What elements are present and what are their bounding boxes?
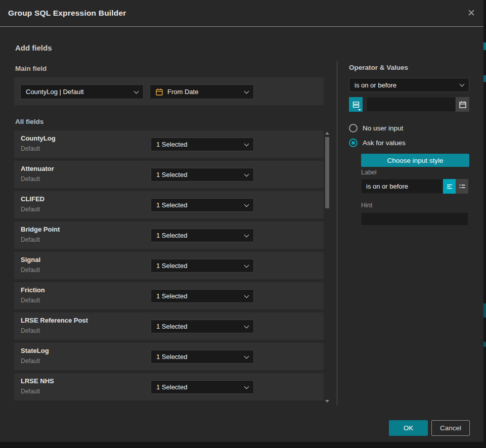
bullet-list-icon bbox=[459, 183, 466, 190]
field-row-name: CLIFED bbox=[21, 195, 45, 203]
selected-combo-value: 1 Selected bbox=[156, 383, 187, 391]
align-left-icon bbox=[446, 183, 453, 190]
layer-select-value: CountyLog | Default bbox=[26, 88, 84, 96]
label-input[interactable] bbox=[361, 179, 443, 194]
close-icon[interactable]: ✕ bbox=[465, 7, 477, 19]
input-style-icon bbox=[352, 101, 360, 109]
selected-combo-value: 1 Selected bbox=[156, 323, 187, 330]
field-row-statelog: StateLog Default 1 Selected bbox=[14, 343, 324, 370]
field-row-name: CountyLog bbox=[21, 135, 56, 142]
selected-combo-value: 1 Selected bbox=[156, 353, 187, 361]
selected-combo-value: 1 Selected bbox=[156, 292, 187, 300]
add-fields-heading: Add fields bbox=[15, 43, 52, 52]
field-row-selected-combo[interactable]: 1 Selected bbox=[151, 380, 254, 394]
field-row-name: LRSE Reference Post bbox=[21, 317, 88, 324]
chevron-down-icon bbox=[134, 88, 139, 94]
selected-combo-value: 1 Selected bbox=[156, 232, 187, 239]
operator-select[interactable]: is on or before bbox=[349, 78, 469, 92]
main-field-date-select[interactable]: From Date bbox=[150, 84, 254, 99]
chevron-down-icon bbox=[244, 232, 249, 237]
field-row-name: Friction bbox=[21, 286, 45, 294]
field-row-attenuator: Attenuator Default 1 Selected bbox=[14, 161, 324, 188]
field-row-lrse-reference-post: LRSE Reference Post Default 1 Selected bbox=[14, 312, 324, 340]
hint-input[interactable] bbox=[361, 212, 468, 226]
radio-no-user-input-label: No user input bbox=[363, 124, 403, 132]
scroll-up-icon[interactable] bbox=[325, 132, 329, 135]
list-scrollbar-thumb[interactable] bbox=[325, 137, 329, 208]
field-row-sublabel: Default bbox=[21, 145, 40, 152]
chevron-down-icon bbox=[244, 353, 249, 359]
field-row-selected-combo[interactable]: 1 Selected bbox=[151, 138, 254, 151]
titlebar-divider bbox=[0, 26, 483, 27]
value-input[interactable] bbox=[367, 97, 456, 112]
field-row-selected-combo[interactable]: 1 Selected bbox=[151, 289, 254, 303]
chevron-down-icon bbox=[244, 323, 249, 328]
chevron-down-icon bbox=[244, 262, 249, 267]
hint-field-label: Hint bbox=[361, 202, 372, 209]
selected-combo-value: 1 Selected bbox=[156, 262, 187, 270]
field-row-sublabel: Default bbox=[21, 388, 40, 395]
radio-ask-for-values-label: Ask for values bbox=[363, 139, 406, 147]
field-row-name: StateLog bbox=[21, 347, 49, 354]
field-row-selected-combo[interactable]: 1 Selected bbox=[151, 168, 254, 182]
chevron-down-icon bbox=[244, 293, 249, 298]
input-style-button[interactable] bbox=[349, 97, 363, 112]
single-input-style-toggle[interactable] bbox=[443, 179, 456, 194]
date-select-value: From Date bbox=[167, 88, 198, 96]
cancel-button[interactable]: Cancel bbox=[431, 420, 470, 436]
operator-select-value: is on or before bbox=[355, 81, 396, 89]
field-row-selected-combo[interactable]: 1 Selected bbox=[151, 320, 254, 333]
field-row-name: Bridge Point bbox=[21, 226, 60, 233]
underlying-app-bottom-edge bbox=[0, 442, 483, 448]
field-row-countylog: CountyLog Default 1 Selected bbox=[14, 130, 324, 158]
chevron-down-icon bbox=[244, 202, 249, 207]
choose-input-style-button[interactable]: Choose input style bbox=[361, 154, 469, 167]
scroll-down-icon[interactable] bbox=[325, 400, 329, 402]
underlying-app-right-edge bbox=[483, 0, 486, 448]
radio-circle-icon bbox=[349, 124, 358, 132]
chevron-down-icon bbox=[244, 88, 249, 94]
group-sql-expression-builder-dialog: Group SQL Expression Builder ✕ Add field… bbox=[0, 0, 483, 442]
field-row-sublabel: Default bbox=[21, 327, 40, 334]
field-row-sublabel: Default bbox=[21, 206, 40, 213]
chevron-down-icon bbox=[460, 82, 465, 87]
chevron-down-icon bbox=[244, 384, 249, 389]
radio-no-user-input[interactable]: No user input bbox=[349, 124, 403, 132]
selected-combo-value: 1 Selected bbox=[156, 141, 187, 148]
dialog-title: Group SQL Expression Builder bbox=[8, 0, 126, 26]
field-row-name: Attenuator bbox=[21, 165, 54, 172]
operator-values-heading: Operator & Values bbox=[349, 64, 408, 71]
chevron-down-icon bbox=[244, 141, 249, 146]
dialog-titlebar: Group SQL Expression Builder ✕ bbox=[0, 0, 483, 26]
radio-ask-for-values[interactable]: Ask for values bbox=[349, 139, 406, 147]
field-row-signal: Signal Default 1 Selected bbox=[14, 252, 324, 279]
date-picker-button[interactable] bbox=[456, 97, 469, 112]
radio-selected-icon bbox=[349, 139, 358, 147]
main-field-heading: Main field bbox=[15, 65, 47, 72]
field-row-selected-combo[interactable]: 1 Selected bbox=[151, 229, 254, 242]
field-row-selected-combo[interactable]: 1 Selected bbox=[151, 198, 254, 212]
screen: Group SQL Expression Builder ✕ Add field… bbox=[0, 0, 486, 448]
field-row-bridge-point: Bridge Point Default 1 Selected bbox=[14, 221, 324, 249]
column-divider bbox=[337, 61, 337, 406]
calendar-icon bbox=[155, 88, 163, 96]
ok-button[interactable]: OK bbox=[389, 420, 428, 436]
field-row-clifed: CLIFED Default 1 Selected bbox=[14, 191, 324, 218]
field-row-sublabel: Default bbox=[21, 357, 40, 365]
chevron-down-icon bbox=[244, 171, 249, 176]
field-row-name: Signal bbox=[21, 256, 40, 263]
list-input-style-toggle[interactable] bbox=[456, 179, 468, 194]
calendar-icon bbox=[459, 101, 467, 109]
selected-combo-value: 1 Selected bbox=[156, 201, 187, 209]
selected-combo-value: 1 Selected bbox=[156, 171, 187, 178]
field-row-selected-combo[interactable]: 1 Selected bbox=[151, 259, 254, 273]
label-field-label: Label bbox=[361, 169, 377, 176]
all-fields-heading: All fields bbox=[15, 118, 43, 125]
field-row-sublabel: Default bbox=[21, 236, 40, 243]
field-row-sublabel: Default bbox=[21, 175, 40, 183]
field-row-friction: Friction Default 1 Selected bbox=[14, 282, 324, 309]
field-row-name: LRSE NHS bbox=[21, 377, 54, 385]
field-row-sublabel: Default bbox=[21, 266, 40, 274]
field-row-selected-combo[interactable]: 1 Selected bbox=[151, 350, 254, 364]
main-field-layer-select[interactable]: CountyLog | Default bbox=[20, 84, 144, 99]
